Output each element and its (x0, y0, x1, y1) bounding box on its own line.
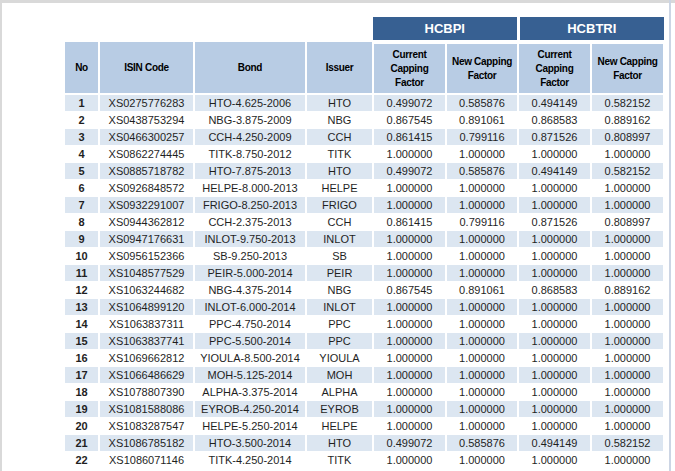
cell-isin-code: XS1069662812 (99, 350, 194, 367)
cell-hcbpi-new-capping-factor: 1.000000 (446, 316, 518, 333)
cell-bond: PPC-4.750-2014 (194, 316, 306, 333)
cell-isin-code: XS0926848572 (99, 180, 194, 197)
cell-isin-code: XS1064899120 (99, 299, 194, 316)
cell-isin-code: XS1063244682 (99, 282, 194, 299)
table-row: 6XS0926848572HELPE-8.000-2013HELPE1.0000… (64, 180, 664, 197)
cell-hcbtri-current-capping-factor: 1.000000 (518, 180, 591, 197)
cell-no: 7 (64, 197, 99, 214)
capping-factors-table: HCBPI HCBTRI No ISIN Code Bond Issuer Cu… (63, 17, 665, 469)
cell-issuer: NBG (306, 112, 373, 129)
cell-hcbpi-current-capping-factor: 1.000000 (373, 231, 446, 248)
table-row: 15XS1063837741PPC-5.500-2014PPC1.0000001… (64, 333, 664, 350)
group-header-hcbtri: HCBTRI (518, 17, 664, 42)
cell-hcbpi-new-capping-factor: 1.000000 (446, 384, 518, 401)
table-header: HCBPI HCBTRI No ISIN Code Bond Issuer Cu… (64, 17, 664, 94)
cell-hcbpi-new-capping-factor: 1.000000 (446, 180, 518, 197)
column-header-hcbpi-current-capping-factor: Current Capping Factor (373, 42, 446, 94)
group-header-row: HCBPI HCBTRI (64, 17, 664, 42)
cell-no: 9 (64, 231, 99, 248)
cell-isin-code: XS0944362812 (99, 214, 194, 231)
cell-hcbtri-current-capping-factor: 1.000000 (518, 316, 591, 333)
cell-no: 6 (64, 180, 99, 197)
table-row: 3XS0466300257CCH-4.250-2009CCH0.8614150.… (64, 129, 664, 146)
cell-bond: CCH-2.375-2013 (194, 214, 306, 231)
column-header-hcbtri-current-capping-factor: Current Capping Factor (518, 42, 591, 94)
cell-no: 3 (64, 129, 99, 146)
cell-hcbpi-current-capping-factor: 1.000000 (373, 299, 446, 316)
cell-isin-code: XS1063837311 (99, 316, 194, 333)
window-border-right (669, 0, 671, 471)
table-row: 20XS1083287547HELPE-5.250-2014HELPE1.000… (64, 418, 664, 435)
cell-hcbpi-current-capping-factor: 0.499072 (373, 435, 446, 452)
cell-hcbtri-new-capping-factor: 1.000000 (591, 333, 664, 350)
column-header-isin-code: ISIN Code (99, 42, 194, 94)
cell-hcbtri-new-capping-factor: 1.000000 (591, 299, 664, 316)
cell-hcbtri-current-capping-factor: 1.000000 (518, 197, 591, 214)
window-border-left (0, 0, 2, 471)
group-header-hcbpi: HCBPI (373, 17, 518, 42)
cell-hcbtri-current-capping-factor: 1.000000 (518, 367, 591, 384)
table-row: 4XS0862274445TITK-8.750-2012TITK1.000000… (64, 146, 664, 163)
cell-issuer: INLOT (306, 299, 373, 316)
cell-no: 5 (64, 163, 99, 180)
cell-no: 14 (64, 316, 99, 333)
cell-hcbtri-new-capping-factor: 0.889162 (591, 282, 664, 299)
cell-no: 10 (64, 248, 99, 265)
cell-hcbpi-new-capping-factor: 1.000000 (446, 197, 518, 214)
cell-hcbpi-new-capping-factor: 1.000000 (446, 367, 518, 384)
cell-issuer: MOH (306, 367, 373, 384)
table-row: 14XS1063837311PPC-4.750-2014PPC1.0000001… (64, 316, 664, 333)
table-row: 1XS0275776283HTO-4.625-2006HTO0.4990720.… (64, 94, 664, 112)
cell-issuer: PEIR (306, 265, 373, 282)
cell-issuer: HELPE (306, 418, 373, 435)
cell-issuer: PPC (306, 333, 373, 350)
cell-hcbpi-new-capping-factor: 0.891061 (446, 112, 518, 129)
cell-hcbpi-current-capping-factor: 0.861415 (373, 214, 446, 231)
cell-hcbtri-current-capping-factor: 1.000000 (518, 401, 591, 418)
cell-bond: MOH-5.125-2014 (194, 367, 306, 384)
cell-hcbtri-new-capping-factor: 1.000000 (591, 384, 664, 401)
cell-hcbpi-current-capping-factor: 1.000000 (373, 265, 446, 282)
cell-hcbtri-new-capping-factor: 0.582152 (591, 94, 664, 112)
cell-hcbtri-new-capping-factor: 1.000000 (591, 350, 664, 367)
cell-hcbtri-current-capping-factor: 0.494149 (518, 94, 591, 112)
table-row: 16XS1069662812YIOULA-8.500-2014YIOULA1.0… (64, 350, 664, 367)
cell-hcbtri-new-capping-factor: 1.000000 (591, 146, 664, 163)
table-row: 13XS1064899120INLOT-6.000-2014INLOT1.000… (64, 299, 664, 316)
table-row: 21XS1086785182HTO-3.500-2014HTO0.4990720… (64, 435, 664, 452)
cell-bond: HELPE-5.250-2014 (194, 418, 306, 435)
cell-issuer: INLOT (306, 231, 373, 248)
cell-isin-code: XS0932291007 (99, 197, 194, 214)
cell-isin-code: XS0466300257 (99, 129, 194, 146)
cell-hcbtri-new-capping-factor: 1.000000 (591, 265, 664, 282)
cell-hcbtri-current-capping-factor: 1.000000 (518, 452, 591, 469)
table-row: 7XS0932291007FRIGO-8.250-2013FRIGO1.0000… (64, 197, 664, 214)
table-row: 19XS1081588086EYROB-4.250-2014EYROB1.000… (64, 401, 664, 418)
cell-bond: ALPHA-3.375-2014 (194, 384, 306, 401)
column-header-bond: Bond (194, 42, 306, 94)
cell-hcbtri-current-capping-factor: 0.494149 (518, 435, 591, 452)
cell-bond: PEIR-5.000-2014 (194, 265, 306, 282)
cell-issuer: TITK (306, 452, 373, 469)
cell-hcbpi-current-capping-factor: 1.000000 (373, 350, 446, 367)
cell-bond: HTO-7.875-2013 (194, 163, 306, 180)
cell-hcbpi-current-capping-factor: 1.000000 (373, 452, 446, 469)
cell-hcbpi-current-capping-factor: 0.861415 (373, 129, 446, 146)
cell-hcbpi-new-capping-factor: 0.585876 (446, 163, 518, 180)
cell-hcbpi-new-capping-factor: 1.000000 (446, 265, 518, 282)
cell-hcbpi-new-capping-factor: 0.585876 (446, 94, 518, 112)
cell-hcbpi-current-capping-factor: 0.867545 (373, 112, 446, 129)
window-border-top (0, 0, 675, 3)
cell-hcbpi-current-capping-factor: 1.000000 (373, 367, 446, 384)
cell-issuer: NBG (306, 282, 373, 299)
cell-hcbtri-new-capping-factor: 0.889162 (591, 112, 664, 129)
cell-hcbtri-current-capping-factor: 1.000000 (518, 333, 591, 350)
cell-hcbpi-current-capping-factor: 1.000000 (373, 180, 446, 197)
cell-hcbtri-current-capping-factor: 1.000000 (518, 265, 591, 282)
table-row: 8XS0944362812CCH-2.375-2013CCH0.8614150.… (64, 214, 664, 231)
cell-hcbtri-new-capping-factor: 1.000000 (591, 367, 664, 384)
cell-hcbpi-new-capping-factor: 1.000000 (446, 248, 518, 265)
cell-isin-code: XS1086071146 (99, 452, 194, 469)
cell-hcbpi-new-capping-factor: 1.000000 (446, 231, 518, 248)
cell-hcbtri-new-capping-factor: 1.000000 (591, 452, 664, 469)
